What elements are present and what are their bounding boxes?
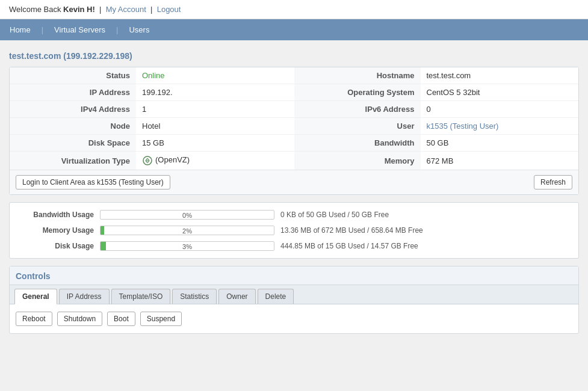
- main-content: test.test.com (199.192.229.198) StatusOn…: [0, 40, 588, 340]
- tab-delete[interactable]: Delete: [258, 289, 294, 304]
- usage-row-0: Bandwidth Usage0%0 KB of 50 GB Used / 50…: [16, 210, 572, 220]
- info-label-left-2: IPv4 Address: [10, 101, 136, 118]
- suspend-button[interactable]: Suspend: [140, 312, 182, 326]
- page-title: test.test.com (199.192.229.198): [9, 46, 579, 67]
- info-label-left-1: IP Address: [10, 84, 136, 101]
- progress-wrap-1: 2%: [100, 226, 274, 235]
- info-label-right-3: User: [294, 118, 421, 135]
- username: Kevin H!: [63, 5, 95, 14]
- controls-body: RebootShutdownBootSuspend: [10, 304, 578, 333]
- info-label-right-0: Hostname: [294, 67, 421, 84]
- progress-text-0: 0%: [101, 211, 274, 220]
- info-value-left-4: 15 GB: [136, 135, 294, 152]
- controls-title: Controls: [10, 266, 578, 285]
- usage-label-2: Disk Usage: [16, 242, 100, 250]
- usage-label-1: Memory Usage: [16, 226, 100, 235]
- nav-item-home[interactable]: Home: [0, 19, 40, 40]
- info-label-right-4: Bandwidth: [294, 135, 421, 152]
- info-label-right-5: Memory: [294, 152, 421, 170]
- nav-sep-1: |: [40, 19, 45, 40]
- info-label-left-4: Disk Space: [10, 135, 136, 152]
- server-info-panel: StatusOnlineHostnametest.test.comIP Addr…: [9, 67, 579, 195]
- info-value-left-5: (OpenVZ): [136, 152, 294, 170]
- usage-info-2: 444.85 MB of 15 GB Used / 14.57 GB Free: [280, 242, 418, 250]
- my-account-link[interactable]: My Account: [106, 5, 146, 14]
- tab-owner[interactable]: Owner: [218, 289, 255, 304]
- tab-ip-address[interactable]: IP Address: [59, 289, 110, 304]
- tab-template-iso[interactable]: Template/ISO: [111, 289, 171, 304]
- nav-bar: Home | Virtual Servers | Users: [0, 19, 588, 40]
- nav-item-virtual-servers[interactable]: Virtual Servers: [45, 19, 115, 40]
- server-info-table: StatusOnlineHostnametest.test.comIP Addr…: [10, 67, 578, 170]
- status-online: Online: [142, 71, 165, 80]
- info-label-left-0: Status: [10, 67, 136, 84]
- tab-general[interactable]: General: [14, 289, 57, 304]
- action-row: Login to Client Area as k1535 (Testing U…: [10, 170, 578, 194]
- info-value-left-2: 1: [136, 101, 294, 118]
- boot-button[interactable]: Boot: [107, 312, 135, 326]
- top-bar: Welcome Back Kevin H! | My Account | Log…: [0, 0, 588, 19]
- nav-item-users[interactable]: Users: [119, 19, 159, 40]
- usage-panel: Bandwidth Usage0%0 KB of 50 GB Used / 50…: [9, 202, 579, 259]
- info-value-left-0: Online: [136, 67, 294, 84]
- info-value-right-5: 672 MB: [421, 152, 579, 170]
- usage-row-2: Disk Usage3%444.85 MB of 15 GB Used / 14…: [16, 241, 572, 251]
- controls-panel: Controls GeneralIP AddressTemplate/ISOSt…: [9, 266, 579, 334]
- tabs-row: GeneralIP AddressTemplate/ISOStatisticsO…: [10, 285, 578, 304]
- usage-row-1: Memory Usage2%13.36 MB of 672 MB Used / …: [16, 226, 572, 235]
- info-label-left-5: Virtualization Type: [10, 152, 136, 170]
- info-value-left-3: Hotel: [136, 118, 294, 135]
- controls-buttons: RebootShutdownBootSuspend: [16, 312, 572, 326]
- info-label-right-1: Operating System: [294, 84, 421, 101]
- shutdown-button[interactable]: Shutdown: [57, 312, 102, 326]
- tab-statistics[interactable]: Statistics: [172, 289, 217, 304]
- info-value-right-4: 50 GB: [421, 135, 579, 152]
- info-label-left-3: Node: [10, 118, 136, 135]
- user-link[interactable]: k1535 (Testing User): [427, 122, 499, 131]
- welcome-text: Welcome Back: [9, 5, 63, 14]
- info-label-right-2: IPv6 Address: [294, 101, 421, 118]
- reboot-button[interactable]: Reboot: [16, 312, 52, 326]
- progress-text-1: 2%: [101, 226, 274, 235]
- usage-info-0: 0 KB of 50 GB Used / 50 GB Free: [280, 211, 389, 219]
- usage-label-0: Bandwidth Usage: [16, 211, 100, 219]
- info-value-right-0: test.test.com: [421, 67, 579, 84]
- progress-wrap-0: 0%: [100, 210, 274, 220]
- refresh-button[interactable]: Refresh: [534, 175, 572, 189]
- nav-sep-2: |: [115, 19, 119, 40]
- usage-info-1: 13.36 MB of 672 MB Used / 658.64 MB Free: [280, 226, 423, 235]
- login-client-area-button[interactable]: Login to Client Area as k1535 (Testing U…: [16, 175, 170, 189]
- openvz-icon: [142, 155, 153, 166]
- info-value-right-3: k1535 (Testing User): [421, 118, 579, 135]
- progress-wrap-2: 3%: [100, 241, 274, 251]
- info-value-right-2: 0: [421, 101, 579, 118]
- logout-link[interactable]: Logout: [157, 5, 181, 14]
- info-value-right-1: CentOS 5 32bit: [421, 84, 579, 101]
- progress-text-2: 3%: [101, 242, 274, 251]
- info-value-left-1: 199.192.: [136, 84, 294, 101]
